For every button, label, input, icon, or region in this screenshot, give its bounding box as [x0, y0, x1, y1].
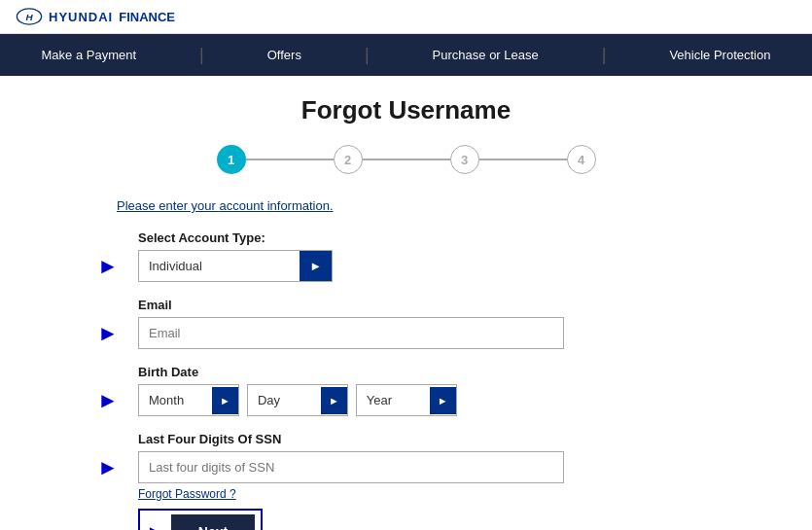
next-button-wrapper: ► Next: [138, 509, 263, 530]
main-content: Forgot Username 1 2 3 4 Please enter you…: [0, 76, 812, 530]
logo-brand-text: HYUNDAI: [49, 10, 113, 24]
logo: H HYUNDAI FINANCE: [16, 8, 175, 25]
month-select[interactable]: Month ►: [138, 384, 239, 416]
day-dropdown-icon[interactable]: ►: [321, 387, 347, 414]
account-type-select[interactable]: Individual ►: [138, 250, 333, 282]
ssn-input[interactable]: [138, 451, 564, 483]
info-text: Please enter your account information.: [117, 198, 773, 213]
birth-date-label: Birth Date: [138, 365, 564, 379]
account-type-arrow-icon: ►: [97, 254, 126, 279]
birth-date-arrow-icon: ►: [97, 388, 126, 413]
ssn-group: Last Four Digits Of SSN ►: [97, 432, 564, 483]
step-3: 3: [450, 145, 479, 174]
header: H HYUNDAI FINANCE: [0, 0, 812, 34]
nav-vehicle-protection[interactable]: Vehicle Protection: [650, 34, 790, 76]
email-input[interactable]: [138, 317, 564, 349]
day-value: Day: [248, 385, 321, 415]
nav-sep-3: |: [602, 45, 607, 65]
nav-offers[interactable]: Offers: [248, 34, 321, 76]
day-select[interactable]: Day ►: [247, 384, 348, 416]
account-type-label: Select Account Type:: [138, 230, 564, 245]
birth-date-row: ► Month ► Day ► Year ►: [97, 384, 564, 416]
account-type-value: Individual: [139, 251, 300, 281]
month-value: Month: [139, 385, 212, 415]
nav-make-payment[interactable]: Make a Payment: [22, 34, 157, 76]
form: Select Account Type: ► Individual ► Emai…: [97, 230, 564, 483]
year-select[interactable]: Year ►: [356, 384, 457, 416]
hyundai-logo-icon: H: [16, 8, 43, 25]
account-type-dropdown-icon[interactable]: ►: [300, 251, 332, 281]
year-dropdown-icon[interactable]: ►: [430, 387, 456, 414]
step-4: 4: [567, 145, 596, 174]
email-group: Email ►: [97, 298, 564, 349]
email-label: Email: [138, 298, 564, 312]
step-indicator: 1 2 3 4: [39, 145, 773, 174]
ssn-row: ►: [97, 451, 564, 483]
birth-date-selects: Month ► Day ► Year ►: [138, 384, 457, 416]
email-row: ►: [97, 317, 564, 349]
birth-date-group: Birth Date ► Month ► Day ► Year ►: [97, 365, 564, 416]
nav-purchase-lease[interactable]: Purchase or Lease: [413, 34, 558, 76]
page-title: Forgot Username: [39, 95, 773, 125]
svg-text:H: H: [25, 12, 33, 22]
main-nav: Make a Payment | Offers | Purchase or Le…: [0, 34, 812, 76]
nav-sep-1: |: [199, 45, 204, 65]
ssn-arrow-icon: ►: [97, 455, 126, 480]
info-link: account information: [220, 198, 330, 213]
forgot-password-link[interactable]: Forgot Password ?: [138, 487, 773, 501]
ssn-label: Last Four Digits Of SSN: [138, 432, 564, 446]
next-area: Forgot Password ? ► Next: [138, 487, 773, 530]
year-value: Year: [357, 385, 430, 415]
step-line-3: [479, 159, 567, 160]
account-type-row: ► Individual ►: [97, 250, 564, 282]
step-line-2: [363, 159, 450, 160]
next-button[interactable]: Next: [171, 514, 255, 530]
step-2: 2: [334, 145, 363, 174]
nav-sep-2: |: [365, 45, 370, 65]
account-type-group: Select Account Type: ► Individual ►: [97, 230, 564, 282]
month-dropdown-icon[interactable]: ►: [212, 387, 238, 414]
step-line-1: [246, 159, 334, 160]
email-arrow-icon: ►: [97, 321, 126, 346]
next-arrow-icon: ►: [146, 521, 165, 531]
logo-finance-text: FINANCE: [119, 10, 175, 24]
step-1: 1: [217, 145, 246, 174]
